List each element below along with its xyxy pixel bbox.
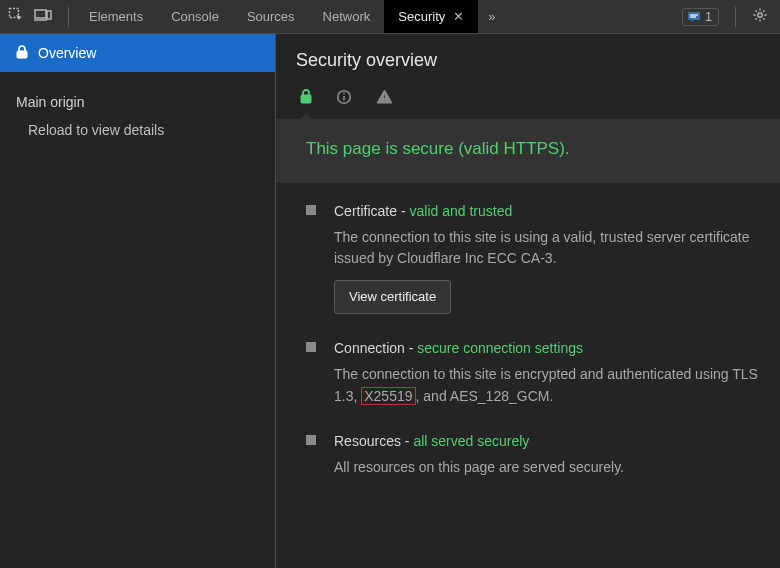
section-description: All resources on this page are served se… [334, 457, 776, 479]
svg-rect-8 [17, 51, 27, 58]
tab-network[interactable]: Network [309, 0, 385, 33]
section-status: secure connection settings [417, 340, 583, 356]
messages-count: 1 [705, 10, 712, 24]
sidebar-heading-main-origin: Main origin [0, 72, 275, 116]
section-title: Certificate [334, 203, 397, 219]
warning-icon [376, 89, 393, 107]
summary-band: This page is secure (valid HTTPS). [276, 119, 780, 183]
devtools-tabstrip: Elements Console Sources Network Securit… [0, 0, 780, 34]
tab-label: Network [323, 9, 371, 24]
section-description: The connection to this site is using a v… [334, 227, 776, 270]
section-certificate: Certificate - valid and trusted The conn… [276, 183, 780, 320]
security-sidebar: Overview Main origin Reload to view deta… [0, 34, 276, 568]
tabs: Elements Console Sources Network Securit… [75, 0, 506, 33]
section-title: Resources [334, 433, 401, 449]
divider [735, 7, 736, 27]
svg-rect-1 [35, 10, 46, 18]
chevron-double-right-icon: » [488, 9, 495, 24]
key-exchange-highlight: X25519 [361, 387, 415, 405]
divider [68, 7, 69, 27]
section-status: all served securely [413, 433, 529, 449]
close-icon[interactable]: ✕ [453, 9, 464, 24]
svg-rect-9 [301, 95, 311, 103]
device-toolbar-icon[interactable] [34, 8, 52, 25]
sidebar-item-overview[interactable]: Overview [0, 34, 275, 72]
tab-sources[interactable]: Sources [233, 0, 309, 33]
section-connection: Connection - secure connection settings … [276, 320, 780, 413]
tab-label: Sources [247, 9, 295, 24]
bullet-icon [306, 435, 316, 445]
tab-label: Elements [89, 9, 143, 24]
security-content: Security overview [276, 34, 780, 568]
bullet-icon [306, 205, 316, 215]
inspect-element-icon[interactable] [8, 7, 24, 26]
section-resources: Resources - all served securely All reso… [276, 413, 780, 484]
page-title: Security overview [296, 50, 780, 71]
main-area: Overview Main origin Reload to view deta… [0, 34, 780, 568]
tab-console[interactable]: Console [157, 0, 233, 33]
svg-rect-13 [384, 94, 386, 99]
tab-security[interactable]: Security ✕ [384, 0, 478, 33]
section-description: The connection to this site is encrypted… [334, 364, 776, 407]
lock-icon [16, 45, 28, 62]
sidebar-item-label: Overview [38, 45, 96, 61]
bullet-icon [306, 342, 316, 352]
svg-rect-3 [47, 11, 51, 19]
tab-label: Security [398, 9, 445, 24]
tab-label: Console [171, 9, 219, 24]
tab-overflow[interactable]: » [478, 0, 505, 33]
tabstrip-right: 1 [682, 7, 776, 27]
messages-badge[interactable]: 1 [682, 8, 719, 26]
settings-gear-icon[interactable] [752, 7, 768, 26]
view-certificate-button[interactable]: View certificate [334, 280, 451, 314]
security-state-icons [296, 85, 780, 111]
secure-lock-icon [300, 89, 312, 107]
section-title: Connection [334, 340, 405, 356]
tab-elements[interactable]: Elements [75, 0, 157, 33]
tabstrip-left-icons [4, 7, 62, 26]
svg-rect-4 [688, 12, 700, 20]
svg-point-12 [343, 92, 345, 94]
sidebar-sub-reload[interactable]: Reload to view details [0, 116, 275, 144]
info-icon [336, 89, 352, 108]
svg-rect-14 [384, 100, 386, 102]
svg-point-7 [758, 13, 762, 17]
summary-text: This page is secure (valid HTTPS). [276, 139, 780, 159]
section-status: valid and trusted [409, 203, 512, 219]
